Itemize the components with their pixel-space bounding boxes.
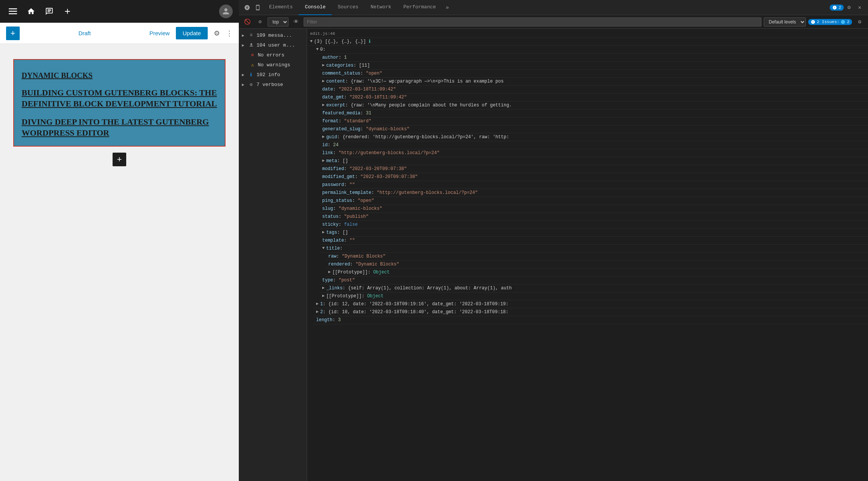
tab-console[interactable]: Console <box>299 0 332 15</box>
info-expand-icon[interactable] <box>242 72 244 77</box>
console-line: 2: {id: 10, date: '2022-03-18T09:18:40',… <box>313 308 868 316</box>
content-expand[interactable] <box>322 78 325 84</box>
user-expand-icon[interactable] <box>242 43 244 48</box>
verbose-group[interactable]: ⚙ 7 verbose <box>239 80 307 89</box>
console-line: 1: {id: 12, date: '2022-03-18T09:19:16',… <box>313 300 868 308</box>
messages-group[interactable]: ≡ 109 messa... <box>239 30 307 40</box>
console-line: author: 1 <box>319 54 868 62</box>
console-line: comment_status: "open" <box>319 70 868 78</box>
settings-icon[interactable]: ⚙ <box>844 2 854 13</box>
expand-0-icon[interactable] <box>316 46 319 53</box>
verbose-label: 7 verbose <box>257 82 283 87</box>
svg-rect-0 <box>9 8 17 9</box>
warning-icon: ⚠ <box>249 62 255 68</box>
eye-icon[interactable]: 👁 <box>291 17 301 27</box>
console-line: id: 24 <box>319 141 868 149</box>
device-icon[interactable] <box>252 2 263 13</box>
links-expand[interactable] <box>322 285 325 291</box>
add-new-icon[interactable] <box>61 5 74 18</box>
context-selector[interactable]: top <box>268 17 288 27</box>
warnings-group[interactable]: ⚠ No warnings <box>239 60 307 70</box>
verbose-expand-icon[interactable] <box>242 82 244 87</box>
console-line: sticky: false <box>319 221 868 229</box>
console-line: _links: {self: Array(1), collection: Arr… <box>319 284 868 292</box>
user-messages-label: 104 user m... <box>257 42 295 48</box>
console-line: slug: "dynamic-blocks" <box>319 205 868 213</box>
devtools-secondbar: 🚫 ⊘ top 👁 Default levels 2 Issues: 2 ⚙ <box>239 15 868 29</box>
console-line: date_gmt: "2022-03-18T11:09:42" <box>319 94 868 102</box>
console-line: featured_media: 31 <box>319 109 868 117</box>
info-label: 102 info <box>257 72 280 78</box>
info-group[interactable]: ℹ 102 info <box>239 70 307 80</box>
tab-network[interactable]: Network <box>365 0 398 15</box>
avatar[interactable] <box>219 5 233 18</box>
add-block-bottom-button[interactable]: + <box>113 153 126 166</box>
messages-icon: ≡ <box>248 32 254 38</box>
tags-expand[interactable] <box>322 229 325 236</box>
console-line: status: "publish" <box>319 213 868 221</box>
console-line: format: "standard" <box>319 117 868 125</box>
console-line: (3) [{…}, {…}, {…}] ℹ <box>307 38 868 46</box>
draft-link[interactable]: Draft <box>78 30 91 36</box>
guid-expand[interactable] <box>322 134 325 140</box>
messages-expand-icon[interactable] <box>242 33 244 38</box>
block-text: DIVING DEEP INTO THE LATEST GUTENBERG WO… <box>22 117 217 138</box>
console-line: 0: <box>313 46 868 54</box>
add-block-button[interactable]: + <box>6 27 20 40</box>
issues-count-badge[interactable]: 2 Issues: 2 <box>808 19 852 25</box>
clear-console-icon[interactable]: 🚫 <box>242 17 252 27</box>
console-line: length: 3 <box>313 316 868 324</box>
settings-console-icon[interactable]: ⚙ <box>854 17 865 27</box>
close-devtools-icon[interactable]: ✕ <box>854 2 865 13</box>
meta-expand[interactable] <box>322 158 325 164</box>
expand-arr-icon[interactable] <box>310 38 313 45</box>
console-line: template: "" <box>319 237 868 245</box>
title-expand[interactable] <box>322 245 325 251</box>
console-line: tags: [] <box>319 229 868 237</box>
console-line: excerpt: {raw: '\nMany people complain a… <box>319 102 868 109</box>
devtools-topbar: Elements Console Sources Network Perform… <box>239 0 868 15</box>
filter-input[interactable] <box>304 17 761 27</box>
error-icon: ⊘ <box>249 52 255 58</box>
console-sidebar: ≡ 109 messa... 104 user m... ⊘ No errors… <box>239 29 307 481</box>
editor-content: DYNAMIC BLOCKS BUILDING CUSTOM GUTENBERG… <box>0 44 239 481</box>
item2-expand[interactable] <box>316 309 319 315</box>
console-body: ≡ 109 messa... 104 user m... ⊘ No errors… <box>239 29 868 481</box>
console-line: permalink_template: "http://gutenberg-bl… <box>319 189 868 197</box>
preview-link[interactable]: Preview <box>149 30 169 36</box>
default-levels-selector[interactable]: Default levels <box>764 17 806 27</box>
user-messages-group[interactable]: 104 user m... <box>239 40 307 50</box>
tab-elements[interactable]: Elements <box>263 0 299 15</box>
errors-group[interactable]: ⊘ No errors <box>239 50 307 60</box>
console-line: modified_gmt: "2022-03-20T09:07:38" <box>319 173 868 181</box>
title-proto-expand[interactable] <box>328 269 331 275</box>
more-tabs-icon[interactable]: » <box>442 2 453 13</box>
verbose-icon: ⚙ <box>248 81 254 87</box>
console-line: raw: "Dynamic Blocks" <box>325 253 868 261</box>
ban-icon[interactable]: ⊘ <box>255 17 265 27</box>
home-icon[interactable] <box>24 5 38 18</box>
console-output[interactable]: edit.js:46 (3) [{…}, {…}, {…}] ℹ 0: auth… <box>307 29 868 481</box>
console-line: [[Prototype]]: Object <box>325 269 868 276</box>
item1-expand[interactable] <box>316 301 319 307</box>
dynamic-block[interactable]: DYNAMIC BLOCKS BUILDING CUSTOM GUTENBERG… <box>13 59 226 147</box>
editor-header: + Draft Preview Update ⚙ ⋮ <box>0 23 239 44</box>
menu-icon[interactable] <box>6 5 20 18</box>
settings-gear-icon[interactable]: ⚙ <box>214 29 220 37</box>
tab-performance[interactable]: Performance <box>397 0 442 15</box>
categories-expand[interactable] <box>322 62 325 69</box>
inspect-icon[interactable] <box>242 2 252 13</box>
user-icon <box>248 42 254 48</box>
feedback-icon[interactable] <box>42 5 56 18</box>
editor-more-icon[interactable]: ⋮ <box>226 29 233 37</box>
messages-label: 109 messa... <box>257 33 292 38</box>
errors-label: No errors <box>258 52 284 58</box>
info-icon: ℹ <box>248 72 254 78</box>
svg-point-3 <box>250 43 252 45</box>
update-button[interactable]: Update <box>176 27 208 39</box>
tab-sources[interactable]: Sources <box>332 0 365 15</box>
obj-proto-expand[interactable] <box>322 293 325 299</box>
console-line: [[Prototype]]: Object <box>319 292 868 300</box>
issues-badge[interactable]: 2 <box>830 5 844 11</box>
excerpt-expand[interactable] <box>322 102 325 108</box>
